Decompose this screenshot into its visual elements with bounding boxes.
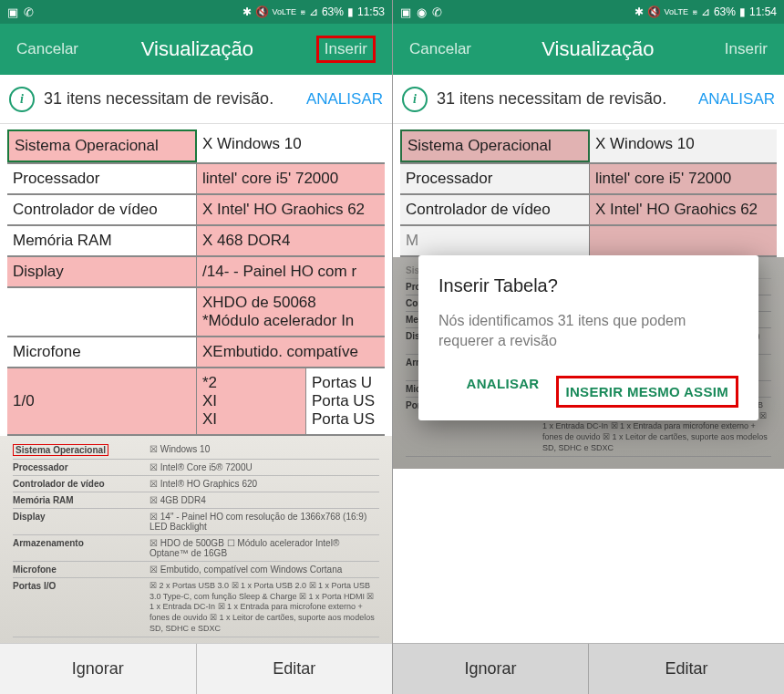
bottom-bar: Ignorar Editar <box>0 643 392 694</box>
image-icon: ▣ <box>400 5 411 19</box>
whatsapp-icon: ✆ <box>24 5 34 19</box>
cell-os-val[interactable]: X Windows 10 <box>590 129 777 162</box>
photo-mic-label: Microfone <box>13 565 150 575</box>
signal-icon: ⊿ <box>701 5 710 18</box>
action-bar: Cancelar Visualização Inserir <box>0 24 392 75</box>
ignore-button[interactable]: Ignorar <box>0 644 196 694</box>
cell-storage-label[interactable] <box>7 288 197 336</box>
cancel-button[interactable]: Cancelar <box>16 40 78 58</box>
photo-video-val: ☒ Intel® HO Graphics 620 <box>150 479 379 489</box>
photo-display-val: ☒ 14" - Painel HO com resolução de 1366x… <box>150 512 379 532</box>
info-icon: i <box>402 87 428 112</box>
photo-proc-label: Processador <box>13 462 150 472</box>
photo-io-val: ☒ 2 x Portas USB 3.0 ☒ 1 x Porta USB 2.0… <box>150 581 379 634</box>
info-banner: i 31 itens necessitam de revisão. ANALIS… <box>393 75 784 124</box>
cell-io-right[interactable]: Portas U Porta US Porta US <box>306 368 385 434</box>
mute-icon: 🔇 <box>647 5 661 18</box>
cell-video-val[interactable]: X Intel' HO Graohics 62 <box>590 195 777 224</box>
cell-proc-label[interactable]: Processador <box>400 164 590 193</box>
edit-button[interactable]: Editar <box>196 644 393 694</box>
insert-table-dialog: Inserir Tabela? Nós identificamos 31 ite… <box>418 255 758 420</box>
analyze-link[interactable]: ANALISAR <box>306 90 383 109</box>
cell-ram-val[interactable]: X 468 DOR4 <box>197 226 385 255</box>
cell-storage-val[interactable]: XHDO de 50068 *Módulo acelerador In <box>197 288 385 336</box>
clock: 11:54 <box>749 5 777 18</box>
cell-video-val[interactable]: X Intel' HO Graohics 62 <box>197 195 385 224</box>
photo-io-label: Portas I/O <box>13 581 150 634</box>
bluetooth-icon: ✱ <box>634 5 644 18</box>
info-text: 31 itens necessitam de revisão. <box>437 89 689 109</box>
extracted-table: Sistema Operacional X Windows 10 Process… <box>0 124 392 436</box>
status-bar: ▣ ✆ ✱ 🔇 VoLTE ⩳ ⊿ 63% ▮ 11:53 <box>0 0 392 24</box>
analyze-link[interactable]: ANALISAR <box>698 90 775 109</box>
volte-icon: VoLTE <box>665 7 688 16</box>
info-icon: i <box>9 87 35 112</box>
image-icon: ▣ <box>7 5 18 19</box>
battery-pct: 63% <box>714 5 736 18</box>
photo-proc-val: ☒ Intel® Core i5® 7200U <box>150 462 379 472</box>
volte-icon: VoLTE <box>273 7 296 16</box>
battery-pct: 63% <box>322 5 344 18</box>
cell-os-val[interactable]: X Windows 10 <box>197 129 385 162</box>
wifi-icon: ⩳ <box>692 5 697 18</box>
photo-ram-val: ☒ 4GB DDR4 <box>150 495 379 505</box>
wifi-icon: ⩳ <box>300 5 305 18</box>
phone-right: ▣ ◉ ✆ ✱ 🔇 VoLTE ⩳ ⊿ 63% ▮ 11:54 Cancelar… <box>392 0 784 694</box>
cell-os-label[interactable]: Sistema Operacional <box>7 129 197 162</box>
cell-ram-val[interactable] <box>590 226 777 255</box>
cancel-button[interactable]: Cancelar <box>409 40 471 58</box>
page-title: Visualização <box>141 37 253 61</box>
mute-icon: 🔇 <box>255 5 269 18</box>
cell-proc-val[interactable]: lintel' core i5' 72000 <box>590 164 777 193</box>
cell-os-label[interactable]: Sistema Operacional <box>400 129 590 162</box>
dialog-message: Nós identificamos 31 itens que podem req… <box>438 311 738 352</box>
photo-storage-label: Armazenamento <box>13 538 150 558</box>
photo-ram-label: Memória RAM <box>13 495 150 505</box>
cell-video-label[interactable]: Controlador de vídeo <box>7 195 197 224</box>
bluetooth-icon: ✱ <box>242 5 252 18</box>
status-bar: ▣ ◉ ✆ ✱ 🔇 VoLTE ⩳ ⊿ 63% ▮ 11:54 <box>393 0 784 24</box>
photo-mic-val: ☒ Embutido, compatível com Windows Corta… <box>150 565 379 575</box>
cell-io-label[interactable]: 1/0 <box>7 368 197 434</box>
signal-icon: ⊿ <box>309 5 318 18</box>
messenger-icon: ◉ <box>417 5 427 19</box>
edit-button[interactable]: Editar <box>588 644 784 694</box>
cell-ram-label[interactable]: Memória RAM <box>7 226 197 255</box>
clock: 11:53 <box>357 5 385 18</box>
cell-proc-val[interactable]: lintel' core i5' 72000 <box>197 164 385 193</box>
dialog-analyze-button[interactable]: ANALISAR <box>467 376 540 408</box>
source-photo: Sistema Operacional☒ Windows 10 Processa… <box>0 436 392 647</box>
photo-display-label: Display <box>13 512 150 532</box>
phone-left: ▣ ✆ ✱ 🔇 VoLTE ⩳ ⊿ 63% ▮ 11:53 Cancelar V… <box>0 0 392 694</box>
cell-ram-label[interactable]: M <box>400 226 590 255</box>
ignore-button[interactable]: Ignorar <box>393 644 588 694</box>
cell-io-mid[interactable]: *2 XI XI <box>197 368 306 434</box>
page-title: Visualização <box>542 37 654 61</box>
info-banner: i 31 itens necessitam de revisão. ANALIS… <box>0 75 392 124</box>
photo-storage-val: ☒ HDO de 500GB ☐ Módulo acelerador Intel… <box>150 538 379 558</box>
cell-video-label[interactable]: Controlador de vídeo <box>400 195 590 224</box>
photo-video-label: Controlador de vídeo <box>13 479 150 489</box>
dialog-title: Inserir Tabela? <box>438 275 738 296</box>
battery-icon: ▮ <box>739 5 746 18</box>
cell-proc-label[interactable]: Processador <box>7 164 197 193</box>
action-bar: Cancelar Visualização Inserir <box>393 24 784 75</box>
photo-os-val: ☒ Windows 10 <box>150 444 379 456</box>
insert-button[interactable]: Inserir <box>316 36 376 63</box>
cell-mic-label[interactable]: Microfone <box>7 337 197 367</box>
bottom-bar: Ignorar Editar <box>393 643 784 694</box>
extracted-table: Sistema Operacional X Windows 10 Process… <box>393 124 784 257</box>
insert-button[interactable]: Inserir <box>725 40 768 58</box>
photo-os-label: Sistema Operacional <box>13 444 108 456</box>
info-text: 31 itens necessitam de revisão. <box>44 89 297 109</box>
dialog-insert-anyway-button[interactable]: INSERIR MESMO ASSIM <box>556 376 739 408</box>
cell-display-label[interactable]: Display <box>7 257 197 286</box>
whatsapp-icon: ✆ <box>432 5 442 19</box>
cell-display-val[interactable]: /14- - Painel HO com r <box>197 257 385 286</box>
battery-icon: ▮ <box>347 5 354 18</box>
cell-mic-val[interactable]: XEmbutido. compatíve <box>197 337 385 367</box>
